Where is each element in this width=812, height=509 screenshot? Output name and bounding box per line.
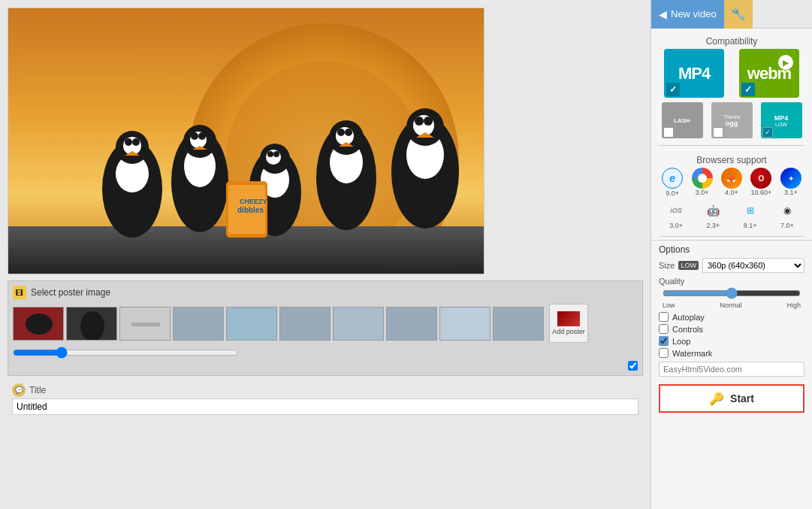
back-button[interactable]: ◀ New video	[651, 0, 724, 29]
flash-checkbox[interactable]	[663, 127, 674, 138]
watermark-input[interactable]	[659, 362, 804, 377]
browser-support-section: Browsers support e 9.0+ 3.0+	[651, 149, 812, 233]
checkbox-options: Autoplay Controls Loop Watermark	[659, 312, 804, 358]
ie-icon: e	[662, 168, 683, 189]
new-video-btn-label: New video	[671, 8, 717, 20]
quality-slider-container: Low Normal High	[659, 287, 804, 309]
svg-rect-52	[334, 308, 384, 341]
add-poster-thumb-icon	[557, 311, 580, 326]
watermark-checkbox[interactable]	[659, 348, 669, 358]
list-item[interactable]	[386, 307, 437, 341]
list-item[interactable]	[173, 307, 224, 341]
windows-icon: ⊞	[740, 200, 761, 221]
slider-row	[13, 347, 638, 359]
ie-version: 9.0+	[666, 189, 679, 197]
size-select[interactable]: 360p (640x360) HD 720p (1280x720) FULL H…	[702, 258, 804, 273]
add-poster-button[interactable]: Add poster	[549, 304, 588, 343]
svg-point-23	[273, 151, 279, 157]
autoplay-checkbox[interactable]	[659, 312, 669, 322]
left-panel: CHEEZY dibbles	[0, 0, 651, 509]
android-icon: 🤖	[702, 200, 723, 221]
svg-rect-49	[174, 308, 224, 341]
ogg-label: ogg	[726, 120, 738, 127]
video-preview: CHEEZY dibbles	[8, 8, 484, 274]
browser-item-firefox: 🦊 4.0+	[718, 168, 745, 197]
browser-item-opera: O 10.60+	[747, 168, 774, 197]
list-item[interactable]	[226, 307, 277, 341]
strip-checkbox[interactable]	[628, 361, 638, 371]
start-icon: 🔑	[709, 392, 724, 406]
svg-text:dibbles: dibbles	[237, 206, 264, 214]
svg-point-21	[266, 150, 281, 165]
options-title: Options	[659, 244, 804, 255]
svg-rect-50	[227, 308, 277, 341]
back-arrow-icon: ◀	[659, 8, 667, 20]
thumbnail-strip: 🎞 Select poster image	[8, 280, 643, 376]
loop-checkbox[interactable]	[659, 336, 669, 346]
mp4low-checkbox[interactable]	[762, 127, 773, 138]
format-card-mp4low: MP4 LOW	[758, 102, 804, 138]
svg-text:CHEEZY: CHEEZY	[240, 198, 267, 205]
list-item[interactable]	[279, 307, 331, 341]
title-header: 💬 Title	[12, 383, 638, 397]
quality-slider[interactable]	[663, 287, 801, 299]
mp4-label: MP4	[678, 64, 710, 83]
quality-normal-label: Normal	[720, 301, 741, 309]
watermark-option: Watermark	[659, 348, 804, 358]
chrome-icon	[692, 168, 713, 189]
right-panel: ◀ New video 🔧 Compatibility MP4	[651, 0, 812, 509]
settings-button[interactable]: 🔧	[724, 0, 753, 29]
format-card-mp4: MP4	[659, 49, 729, 98]
size-label: Size	[659, 261, 675, 270]
flash-format-icon: LASH	[662, 102, 703, 138]
add-poster-label: Add poster	[552, 328, 585, 335]
ogg-checkbox[interactable]	[713, 127, 723, 138]
opera-version: 10.60+	[751, 189, 772, 196]
svg-point-40	[424, 117, 433, 126]
format-grid-bottom: LASH Theora ogg MP4 LOW	[659, 102, 804, 138]
title-input[interactable]	[12, 398, 638, 415]
start-label: Start	[730, 392, 754, 404]
svg-rect-55	[494, 308, 544, 341]
firefox-icon: 🦊	[721, 168, 742, 189]
mp4-format-icon: MP4	[664, 49, 724, 98]
compatibility-title: Compatibility	[659, 32, 804, 49]
quality-row: Quality Low Normal High	[659, 277, 804, 309]
chrome-center	[698, 174, 707, 183]
webm-play-icon: ▶	[778, 55, 793, 70]
svg-point-43	[26, 314, 53, 335]
right-panel-content: Compatibility MP4 ▶ webm	[651, 29, 812, 509]
title-icon: 💬	[12, 383, 26, 397]
thumbnails-row: Add poster	[13, 304, 638, 343]
ogg-format-icon: Theora ogg	[711, 102, 753, 138]
mp4low-format-icon: MP4 LOW	[761, 102, 802, 138]
controls-checkbox[interactable]	[659, 324, 669, 334]
checkbox-row-bottom	[13, 361, 638, 371]
list-item[interactable]	[493, 307, 544, 341]
webm-checkbox[interactable]	[741, 83, 755, 96]
list-item[interactable]	[333, 307, 384, 341]
size-row: Size LOW 360p (640x360) HD 720p (1280x72…	[659, 258, 804, 273]
list-item[interactable]	[119, 307, 171, 341]
poster-icon: 🎞	[13, 286, 26, 299]
mp4low-sub: LOW	[775, 122, 787, 127]
loop-option: Loop	[659, 336, 804, 346]
list-item[interactable]	[13, 307, 64, 341]
list-item[interactable]	[66, 307, 117, 341]
mp4-checkbox[interactable]	[666, 83, 680, 96]
firefox-version: 4.0+	[725, 189, 738, 196]
svg-rect-54	[440, 308, 491, 341]
autoplay-label: Autoplay	[672, 313, 705, 322]
start-button[interactable]: 🔑 Start	[659, 384, 804, 413]
mobile-browser-grid: iOS 3.0+ 🤖 2.3+ ⊞ 8.1+ ◉ 7.0+	[659, 200, 804, 229]
quality-label: Quality	[659, 277, 804, 286]
timeline-slider[interactable]	[13, 347, 238, 359]
ios-icon: iOS	[666, 200, 687, 221]
svg-point-9	[132, 138, 140, 146]
quality-high-label: High	[786, 301, 801, 309]
windows-version: 8.1+	[744, 222, 757, 229]
browser-item-safari: ✦ 3.1+	[777, 168, 804, 197]
svg-point-39	[415, 117, 424, 126]
list-item[interactable]	[439, 307, 491, 341]
browser-item-chrome: 3.0+	[688, 168, 715, 197]
